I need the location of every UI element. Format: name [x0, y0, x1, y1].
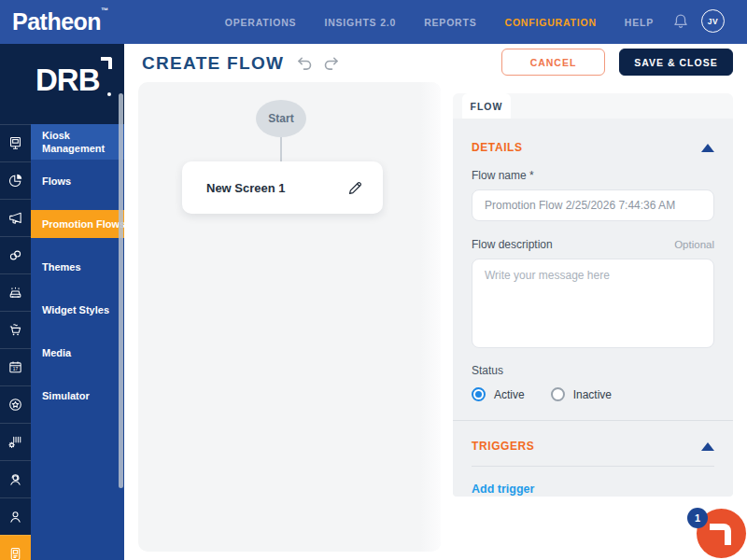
undo-icon[interactable]: [295, 55, 314, 75]
edit-pencil-icon[interactable]: [346, 179, 364, 197]
flow-name-input[interactable]: [472, 189, 714, 221]
optional-label: Optional: [674, 239, 714, 250]
app-window: Patheon™ OPERATIONS INSIGHTS 2.0 REPORTS…: [0, 0, 747, 560]
screen-node-card[interactable]: New Screen 1: [182, 161, 383, 214]
drb-chat-bracket-icon: [710, 524, 731, 545]
status-option-inactive[interactable]: Inactive: [551, 387, 612, 401]
person-icon: [7, 509, 23, 525]
kiosk-icon: [7, 135, 23, 151]
nav-item-insights[interactable]: INSIGHTS 2.0: [324, 17, 396, 28]
main-content: CREATE FLOW CANCEL SAVE & CLOSE Start Ne…: [124, 44, 747, 560]
patheon-logo: Patheon™: [12, 7, 108, 35]
radio-active-label: Active: [494, 388, 525, 401]
rail-item-loyalty[interactable]: [0, 385, 31, 423]
sidebar-item-simulator[interactable]: Simulator: [31, 374, 124, 417]
barcode-settings-icon: [7, 434, 23, 450]
nav-item-reports[interactable]: REPORTS: [424, 17, 476, 28]
rail-item-support[interactable]: [0, 460, 31, 497]
rail-item-commerce[interactable]: [0, 311, 31, 348]
status-radio-group: Active Inactive: [472, 387, 714, 401]
calendar-icon: 17: [7, 359, 23, 375]
flow-description-textarea[interactable]: [472, 259, 714, 348]
flow-name-label: Flow name *: [472, 169, 714, 182]
shopping-cart-icon: [7, 322, 23, 338]
status-option-active[interactable]: Active: [472, 387, 525, 401]
rail-item-car-wash[interactable]: [0, 273, 31, 311]
status-label: Status: [472, 364, 714, 377]
car-wash-icon: [7, 285, 23, 301]
pie-chart-icon: [7, 173, 23, 189]
rail-item-schedule[interactable]: 17: [0, 348, 31, 385]
details-section-header: DETAILS: [472, 141, 714, 154]
flow-properties-panel: FLOW DETAILS Flow name * Flow descriptio…: [453, 93, 733, 497]
sidebar-scrollbar[interactable]: [119, 93, 123, 488]
trademark-symbol: ™: [101, 7, 108, 15]
drb-registered-dot: [107, 92, 111, 96]
sidebar-item-flows[interactable]: Flows: [31, 160, 124, 203]
rail-item-links[interactable]: [0, 236, 31, 273]
sidebar: DRB 17: [0, 44, 124, 560]
add-trigger-link[interactable]: Add trigger: [472, 483, 534, 496]
rail-item-kiosk[interactable]: [0, 124, 31, 161]
rail-item-flows[interactable]: [0, 161, 31, 199]
panel-tab-bar: FLOW: [453, 93, 733, 119]
nav-item-configuration[interactable]: CONFIGURATION: [505, 17, 597, 28]
support-agent-icon: [7, 471, 23, 487]
collapse-triggers-icon[interactable]: [701, 442, 714, 451]
radio-inactive-label: Inactive: [573, 388, 612, 401]
nav-item-operations[interactable]: OPERATIONS: [225, 17, 297, 28]
section-divider: [453, 420, 733, 421]
sidebar-item-themes[interactable]: Themes: [31, 245, 124, 288]
top-navigation-bar: Patheon™ OPERATIONS INSIGHTS 2.0 REPORTS…: [0, 0, 747, 44]
rail-item-kiosk-screens[interactable]: [0, 535, 31, 560]
link-icon: [7, 247, 23, 263]
triggers-heading: TRIGGERS: [472, 440, 534, 453]
page-title: CREATE FLOW: [142, 53, 284, 74]
star-badge-icon: [7, 397, 23, 413]
collapse-details-icon[interactable]: [701, 144, 714, 152]
rail-item-promotions[interactable]: [0, 199, 31, 236]
details-heading: DETAILS: [472, 141, 523, 154]
drb-logo: DRB: [35, 63, 100, 97]
sidebar-icon-rail: 17: [0, 124, 31, 560]
svg-text:17: 17: [13, 367, 19, 371]
flow-description-label: Flow description: [472, 238, 553, 251]
tab-flow[interactable]: FLOW: [462, 93, 511, 119]
node-connector-line: [280, 137, 282, 161]
user-avatar[interactable]: JV: [701, 9, 725, 33]
chat-notification-badge[interactable]: 1: [687, 508, 708, 528]
triggers-section-header: TRIGGERS: [472, 440, 714, 453]
screen-node-title: New Screen 1: [206, 181, 286, 195]
notifications-bell-icon[interactable]: [670, 11, 691, 32]
sidebar-item-kiosk-management[interactable]: Kiosk Management: [31, 124, 124, 160]
sidebar-submenu: Kiosk Management Flows Promotion Flows T…: [31, 124, 124, 417]
radio-active-selected[interactable]: [472, 387, 486, 401]
cancel-button[interactable]: CANCEL: [501, 49, 605, 76]
radio-inactive-unselected[interactable]: [551, 387, 565, 401]
page-header: CREATE FLOW CANCEL SAVE & CLOSE: [124, 44, 747, 82]
description-label-row: Flow description Optional: [472, 238, 714, 251]
kiosk-screen-icon: [7, 546, 23, 560]
save-and-close-button[interactable]: SAVE & CLOSE: [619, 49, 733, 76]
panel-body: DETAILS Flow name * Flow description Opt…: [453, 119, 733, 497]
top-nav-menu: OPERATIONS INSIGHTS 2.0 REPORTS CONFIGUR…: [225, 0, 654, 44]
flow-canvas[interactable]: Start New Screen 1: [138, 82, 441, 552]
triggers-divider: [472, 466, 714, 467]
rail-item-products[interactable]: [0, 423, 31, 460]
rail-item-customers[interactable]: [0, 497, 31, 535]
drb-logo-block: DRB: [0, 44, 124, 124]
redo-icon[interactable]: [322, 55, 341, 75]
sidebar-item-media[interactable]: Media: [31, 331, 124, 374]
megaphone-icon: [7, 210, 23, 226]
sidebar-item-promotion-flows[interactable]: Promotion Flows: [31, 210, 124, 238]
nav-item-help[interactable]: HELP: [625, 17, 654, 28]
sidebar-item-widget-styles[interactable]: Widget Styles: [31, 288, 124, 331]
start-node[interactable]: Start: [256, 100, 306, 137]
drb-bracket-mark: [101, 57, 112, 69]
